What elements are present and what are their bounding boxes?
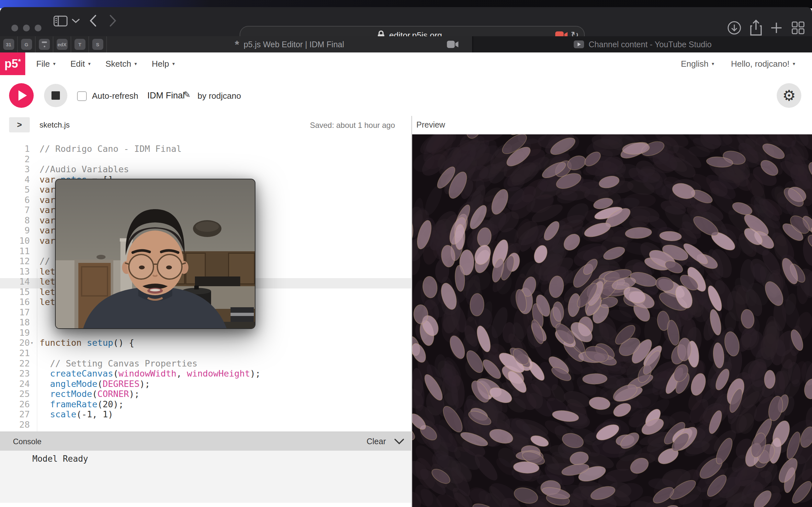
line-number: 6 (0, 195, 30, 205)
code-text: angleMode(DEGREES); (40, 379, 150, 389)
code-text: let (40, 297, 55, 307)
code-line-24[interactable]: 24 angleMode(DEGREES); (0, 379, 411, 389)
chevron-down-icon: ▾ (134, 61, 137, 67)
code-text: //Audio Variables (40, 164, 129, 174)
filename-tab[interactable]: sketch.js (40, 120, 70, 129)
pinned-tab[interactable]: edX (53, 36, 71, 52)
line-number: 28 (0, 419, 30, 430)
p5-logo-text: p5 (5, 57, 18, 70)
menu-label: Sketch (106, 59, 131, 69)
youtube-favicon (574, 41, 584, 48)
sidebar-toggle-icon[interactable] (53, 15, 68, 26)
console-clear-button[interactable]: Clear (366, 437, 386, 446)
code-text: var (40, 195, 55, 205)
line-number: 21 (0, 348, 30, 358)
line-number: 10 (0, 236, 30, 246)
code-text: // (40, 256, 50, 267)
code-line-21[interactable]: 21 (0, 348, 411, 358)
expand-sidebar-button[interactable]: > (9, 117, 30, 132)
auto-refresh-checkbox[interactable] (77, 91, 87, 101)
menu-label: Edit (70, 59, 85, 69)
project-byline: by rodjcano (197, 91, 241, 101)
line-number: 22 (0, 358, 30, 369)
screen: editor.p5js.org ↻ (0, 0, 812, 507)
back-icon[interactable] (90, 15, 97, 26)
saved-status: Saved: about 1 hour ago (288, 121, 395, 130)
language-menu[interactable]: English▾ (681, 59, 714, 69)
code-line-20[interactable]: 20▾function setup() { (0, 338, 411, 348)
share-icon[interactable] (749, 19, 763, 36)
tab-overview-icon[interactable] (791, 21, 805, 35)
chevron-down-icon: ▾ (53, 61, 56, 67)
gear-icon: ⚙ (782, 87, 796, 104)
line-number: 23 (0, 369, 30, 379)
p5-logo-asterisk: * (18, 57, 21, 66)
settings-button[interactable]: ⚙ (777, 83, 801, 108)
line-number: 24 (0, 379, 30, 389)
greeting-label: Hello, rodjcano! (731, 59, 790, 69)
tab-p5js-editor[interactable]: * p5.js Web Editor | IDM Final (107, 36, 473, 52)
line-number: 13 (0, 267, 30, 277)
minimize-window-button[interactable] (23, 24, 30, 32)
menu-sketch[interactable]: Sketch▾ (106, 59, 137, 69)
code-line-25[interactable]: 25 rectMode(CORNER); (0, 389, 411, 399)
code-line-26[interactable]: 26 frameRate(20); (0, 399, 411, 409)
line-number: 7 (0, 205, 30, 215)
camera-icon (447, 40, 459, 49)
google-icon: G (21, 39, 32, 50)
edit-pencil-icon[interactable]: ✎ (183, 90, 191, 100)
zoom-window-button[interactable] (35, 24, 42, 32)
fold-arrow-icon[interactable]: ▾ (31, 338, 33, 348)
nyt-icon: T (74, 39, 85, 50)
line-number: 1 (0, 144, 30, 154)
forward-icon[interactable] (109, 15, 117, 26)
code-line-1[interactable]: 1// Rodrigo Cano - IDM Final (0, 144, 411, 154)
code-text: let (40, 277, 55, 287)
pinned-tab[interactable]: T (71, 36, 89, 52)
line-number: 11 (0, 246, 30, 257)
chevron-down-icon: ▾ (793, 61, 795, 67)
pinned-tab[interactable]: S (89, 36, 107, 52)
tab-youtube-studio[interactable]: Channel content - YouTube Studio (473, 36, 812, 52)
menu-help[interactable]: Help▾ (152, 59, 175, 69)
pinned-tab[interactable] (36, 36, 53, 52)
p5-logo[interactable]: p5* (0, 52, 25, 75)
webcam-video-overlay[interactable] (55, 179, 255, 329)
stop-button[interactable] (44, 84, 67, 107)
tab-title: Channel content - YouTube Studio (589, 40, 712, 49)
code-line-22[interactable]: 22 // Setting Canvas Properties (0, 358, 411, 369)
code-text: var (40, 236, 55, 246)
file-bar (0, 116, 812, 134)
code-line-27[interactable]: 27 scale(-1, 1) (0, 409, 411, 419)
code-line-28[interactable]: 28 (0, 419, 411, 430)
menu-edit[interactable]: Edit▾ (70, 59, 90, 69)
code-text: var (40, 225, 55, 236)
menu-label: Help (152, 59, 169, 69)
play-button[interactable] (9, 83, 34, 108)
chevron-down-icon: ▾ (712, 61, 714, 67)
s-app-icon: S (92, 39, 103, 50)
code-line-3[interactable]: 3//Audio Variables (0, 164, 411, 174)
project-name[interactable]: IDM Final (147, 91, 185, 101)
pinned-tab[interactable]: G (18, 36, 36, 52)
code-line-23[interactable]: 23 createCanvas(windowWidth, windowHeigh… (0, 369, 411, 379)
code-text: let (40, 267, 55, 277)
code-text: scale(-1, 1) (40, 409, 113, 419)
line-number: 14 (0, 277, 30, 287)
code-line-2[interactable]: 2 (0, 154, 411, 164)
sidebar-chevron-down-icon[interactable] (72, 19, 80, 23)
downloads-icon[interactable] (727, 21, 741, 35)
code-line-19[interactable]: 19 (0, 328, 411, 338)
console-collapse-chevron-icon[interactable] (394, 439, 404, 445)
menu-file[interactable]: File▾ (36, 59, 55, 69)
pinned-tab[interactable]: 31 (0, 36, 18, 52)
code-text: var (40, 215, 55, 226)
line-number: 26 (0, 399, 30, 409)
new-tab-icon[interactable] (770, 21, 783, 34)
account-menu[interactable]: Hello, rodjcano!▾ (731, 59, 795, 69)
p5-sketch-canvas[interactable] (412, 134, 812, 507)
line-number: 8 (0, 215, 30, 226)
code-text: function setup() { (40, 338, 134, 348)
close-window-button[interactable] (11, 24, 18, 32)
code-text: rectMode(CORNER); (40, 389, 139, 399)
